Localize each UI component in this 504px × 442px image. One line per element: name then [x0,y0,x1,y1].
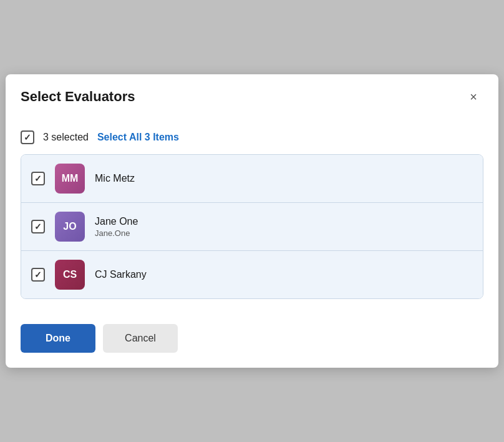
avatar-cs: CS [55,260,85,290]
checkmark-icon: ✓ [34,270,42,279]
item-name-mm: Mic Metz [95,173,135,184]
evaluator-list: ✓ MM Mic Metz ✓ [21,154,483,299]
item-checkbox-cs[interactable]: ✓ [31,268,45,282]
item-name-cs: CJ Sarkany [95,269,147,280]
select-all-checkbox[interactable]: ✓ [21,130,34,144]
cancel-button[interactable]: Cancel [103,324,178,353]
item-checkbox-wrap-mm[interactable]: ✓ [31,172,45,185]
selected-count-label: 3 selected [43,132,89,143]
modal-header: Select Evaluators × [6,74,498,117]
select-all-checkbox-wrap[interactable]: ✓ [21,130,34,144]
list-item[interactable]: ✓ JO Jane One Jane.One [21,203,483,251]
avatar-initials: MM [62,173,79,184]
item-checkbox-wrap-cs[interactable]: ✓ [31,268,45,282]
item-info-mm: Mic Metz [95,173,135,184]
item-info-jo: Jane One Jane.One [95,216,138,238]
checkmark-icon: ✓ [34,222,42,231]
avatar-initials: JO [63,221,76,232]
item-checkbox-mm[interactable]: ✓ [31,172,45,185]
item-subtitle-jo: Jane.One [95,228,138,238]
avatar-mm: MM [55,164,85,194]
avatar-initials: CS [63,269,77,280]
select-all-link[interactable]: Select All 3 Items [97,132,179,143]
item-info-cs: CJ Sarkany [95,269,147,280]
item-name-jo: Jane One [95,216,138,227]
modal-footer: Done Cancel [6,312,498,368]
close-button[interactable]: × [463,87,483,107]
list-item[interactable]: ✓ CS CJ Sarkany [21,251,483,298]
checkmark-icon: ✓ [24,133,31,142]
modal-body: ✓ 3 selected Select All 3 Items ✓ MM [6,117,498,312]
modal-overlay: Select Evaluators × ✓ 3 selected Select … [0,0,504,442]
modal-title: Select Evaluators [21,89,135,105]
item-checkbox-jo[interactable]: ✓ [31,220,45,233]
list-item[interactable]: ✓ MM Mic Metz [21,155,483,203]
done-button[interactable]: Done [21,324,95,353]
select-all-row: ✓ 3 selected Select All 3 Items [21,123,483,154]
item-checkbox-wrap-jo[interactable]: ✓ [31,220,45,233]
checkmark-icon: ✓ [34,174,42,183]
modal-dialog: Select Evaluators × ✓ 3 selected Select … [6,74,498,368]
avatar-jo: JO [55,212,85,242]
